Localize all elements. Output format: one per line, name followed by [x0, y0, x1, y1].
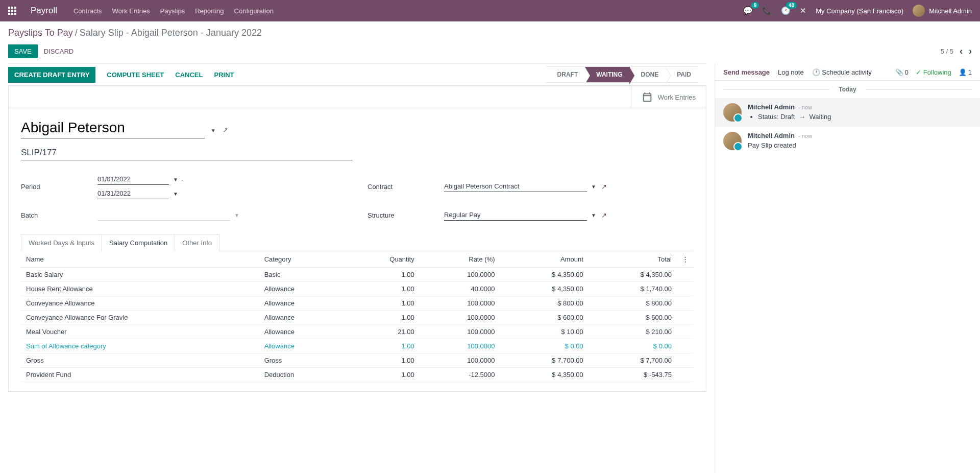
period-to-input[interactable] [97, 188, 169, 199]
cell-category: Deduction [259, 368, 346, 382]
th-category[interactable]: Category [259, 251, 346, 268]
employee-field[interactable] [21, 117, 205, 138]
create-draft-entry-button[interactable]: CREATE DRAFT ENTRY [8, 67, 95, 83]
cell-quantity: 1.00 [345, 311, 420, 325]
cell-quantity: 1.00 [345, 339, 420, 353]
message-author[interactable]: Mitchell Admin [748, 103, 795, 111]
chat-icon[interactable]: 💬9 [743, 6, 753, 15]
contract-input[interactable] [444, 181, 587, 192]
statusbar-buttons: CREATE DRAFT ENTRY COMPUTE SHEET CANCEL … [8, 63, 706, 86]
apps-icon[interactable] [8, 7, 16, 15]
chatter-panel: Send message Log note 🕐 Schedule activit… [715, 63, 980, 473]
tab-salary-computation[interactable]: Salary Computation [102, 234, 175, 251]
external-link-icon[interactable]: ↗ [601, 183, 607, 191]
batch-input[interactable] [97, 209, 230, 221]
cell-total: $ 7,700.00 [589, 353, 677, 368]
company-selector[interactable]: My Company (San Francisco) [816, 7, 903, 15]
cell-amount: $ 600.00 [500, 311, 589, 325]
chevron-down-icon[interactable]: ▼ [591, 212, 596, 218]
nav-payslips[interactable]: Payslips [160, 7, 185, 15]
status-draft[interactable]: DRAFT [546, 66, 585, 83]
form-panel: CREATE DRAFT ENTRY COMPUTE SHEET CANCEL … [0, 63, 715, 473]
clock-icon: 🕐 [812, 68, 820, 76]
cell-name: Meal Voucher [21, 325, 259, 339]
slip-number-field[interactable] [21, 145, 353, 160]
table-row[interactable]: Conveyance AllowanceAllowance1.00100.000… [21, 296, 694, 311]
cell-total: $ -543.75 [589, 368, 677, 382]
th-name[interactable]: Name [21, 251, 259, 268]
chat-badge: 9 [751, 2, 760, 9]
compute-sheet-button[interactable]: COMPUTE SHEET [107, 71, 164, 79]
salary-table: Name Category Quantity Rate (%) Amount T… [21, 251, 694, 382]
phone-icon[interactable]: 📞 [762, 6, 772, 15]
tabs: Worked Days & Inputs Salary Computation … [21, 234, 694, 251]
nav-configuration[interactable]: Configuration [234, 7, 274, 15]
table-row[interactable]: Provident FundDeduction1.00-12.5000$ 4,3… [21, 368, 694, 382]
cell-amount: $ 10.00 [500, 325, 589, 339]
cell-empty [677, 296, 694, 311]
tab-other-info[interactable]: Other Info [175, 234, 219, 251]
attachment-count[interactable]: 📎0 [895, 68, 909, 76]
form-sheet: Work Entries ▼ ↗ Period [8, 86, 706, 392]
th-total[interactable]: Total [589, 251, 677, 268]
chevron-down-icon[interactable]: ▼ [591, 184, 596, 190]
th-amount[interactable]: Amount [500, 251, 589, 268]
table-row[interactable]: Conveyance Allowance For GravieAllowance… [21, 311, 694, 325]
nav-reporting[interactable]: Reporting [195, 7, 224, 15]
message-time: - now [797, 104, 812, 110]
structure-input[interactable] [444, 209, 587, 221]
user-menu[interactable]: Mitchell Admin [913, 5, 972, 17]
cell-amount: $ 4,350.00 [500, 282, 589, 296]
schedule-activity-button[interactable]: 🕐 Schedule activity [812, 68, 872, 76]
field-period: Period ▼ - ▼ [21, 174, 347, 199]
discard-button[interactable]: DISCARD [44, 48, 74, 55]
pager-prev-icon[interactable]: ‹ [960, 46, 963, 57]
th-rate[interactable]: Rate (%) [420, 251, 500, 268]
work-entries-stat-button[interactable]: Work Entries [631, 86, 706, 108]
breadcrumb-link[interactable]: Payslips To Pay [8, 28, 73, 38]
pager-next-icon[interactable]: › [969, 46, 972, 57]
table-row[interactable]: Sum of Allowance categoryAllowance1.0010… [21, 339, 694, 353]
activity-icon[interactable]: 🕐40 [781, 6, 791, 15]
statusbar: DRAFT WAITING DONE PAID [546, 66, 698, 83]
following-button[interactable]: ✓Following [916, 68, 951, 76]
cell-rate: 100.0000 [420, 353, 500, 368]
send-message-button[interactable]: Send message [723, 68, 770, 76]
person-icon: 👤 [959, 68, 967, 76]
cell-empty [677, 339, 694, 353]
print-button[interactable]: PRINT [214, 71, 234, 79]
close-icon[interactable]: ✕ [800, 6, 806, 15]
message-author[interactable]: Mitchell Admin [748, 132, 795, 139]
cell-name: House Rent Allowance [21, 282, 259, 296]
message-content: Pay Slip created [748, 141, 972, 149]
external-link-icon[interactable]: ↗ [223, 126, 228, 134]
status-done[interactable]: DONE [630, 66, 666, 83]
table-row[interactable]: GrossGross1.00100.0000$ 7,700.00$ 7,700.… [21, 353, 694, 368]
chevron-down-icon[interactable]: ▼ [173, 177, 178, 182]
action-bar: SAVE DISCARD 5 / 5 ‹ › [0, 42, 980, 63]
cancel-button[interactable]: CANCEL [175, 71, 203, 79]
log-note-button[interactable]: Log note [778, 68, 804, 76]
paperclip-icon: 📎 [895, 68, 903, 76]
chevron-down-icon[interactable]: ▼ [234, 212, 239, 218]
table-row[interactable]: Meal VoucherAllowance21.00100.0000$ 10.0… [21, 325, 694, 339]
nav-work-entries[interactable]: Work Entries [112, 7, 150, 15]
period-label: Period [21, 183, 97, 191]
table-row[interactable]: Basic SalaryBasic1.00100.0000$ 4,350.00$… [21, 268, 694, 282]
nav-contracts[interactable]: Contracts [74, 7, 102, 15]
cell-rate: 40.0000 [420, 282, 500, 296]
th-quantity[interactable]: Quantity [345, 251, 420, 268]
cell-rate: 100.0000 [420, 339, 500, 353]
status-waiting[interactable]: WAITING [585, 66, 629, 83]
cell-name: Basic Salary [21, 268, 259, 282]
follower-count[interactable]: 👤1 [959, 68, 972, 76]
cell-total: $ 800.00 [589, 296, 677, 311]
period-from-input[interactable] [97, 174, 169, 185]
table-row[interactable]: House Rent AllowanceAllowance1.0040.0000… [21, 282, 694, 296]
tab-worked-days[interactable]: Worked Days & Inputs [21, 234, 102, 251]
table-options-icon[interactable]: ⋮ [677, 251, 694, 268]
chevron-down-icon[interactable]: ▼ [173, 191, 178, 197]
chevron-down-icon[interactable]: ▼ [211, 128, 216, 133]
save-button[interactable]: SAVE [8, 44, 38, 58]
external-link-icon[interactable]: ↗ [601, 211, 607, 219]
